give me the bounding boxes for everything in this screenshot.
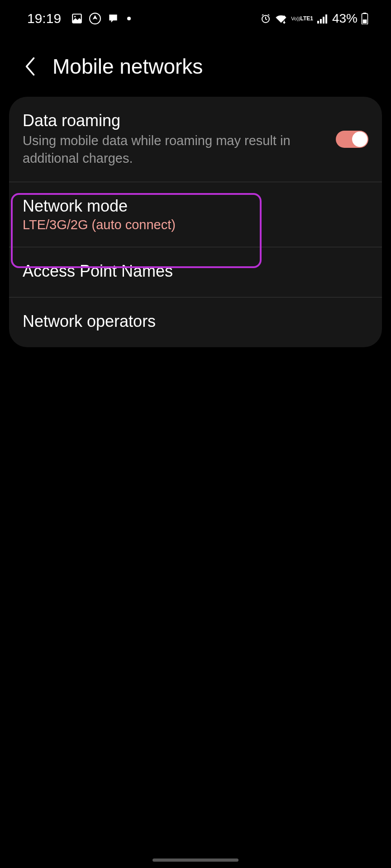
status-right: Vo)) LTE1 43% <box>260 11 368 26</box>
volte-icon: Vo)) LTE1 <box>291 16 313 21</box>
svg-point-1 <box>74 16 76 17</box>
battery-percentage: 43% <box>332 11 358 26</box>
navigation-handle[interactable] <box>153 859 238 862</box>
battery-icon <box>361 13 368 24</box>
data-roaming-title: Data roaming <box>23 111 327 130</box>
network-operators-text: Network operators <box>23 312 368 333</box>
network-mode-title: Network mode <box>23 197 368 216</box>
network-operators-title: Network operators <box>23 312 368 331</box>
image-icon <box>71 13 83 24</box>
data-roaming-item[interactable]: Data roaming Using mobile data while roa… <box>9 97 382 182</box>
apn-text: Access Point Names <box>23 262 368 283</box>
svg-rect-7 <box>325 14 327 24</box>
signal-icon <box>317 14 328 24</box>
wifi-icon <box>275 13 287 24</box>
svg-rect-4 <box>317 21 319 24</box>
svg-rect-5 <box>320 19 322 24</box>
data-roaming-text: Data roaming Using mobile data while roa… <box>23 111 327 167</box>
settings-card: Data roaming Using mobile data while roa… <box>9 97 382 347</box>
page-header: Mobile networks <box>0 32 391 97</box>
toggle-knob <box>352 132 367 147</box>
data-roaming-toggle[interactable] <box>336 131 368 148</box>
network-mode-text: Network mode LTE/3G/2G (auto connect) <box>23 197 368 232</box>
chevron-left-icon <box>24 57 36 76</box>
apn-title: Access Point Names <box>23 262 368 281</box>
apn-item[interactable]: Access Point Names <box>9 247 382 297</box>
svg-rect-10 <box>363 19 367 24</box>
page-title: Mobile networks <box>52 54 203 79</box>
status-time: 19:19 <box>27 11 61 26</box>
back-button[interactable] <box>21 57 39 75</box>
status-bar: 19:19 Vo)) LTE1 43% <box>0 0 391 32</box>
message-icon <box>107 13 119 24</box>
status-left: 19:19 <box>27 11 131 26</box>
svg-rect-6 <box>323 17 324 24</box>
alarm-icon <box>260 13 271 24</box>
network-mode-item[interactable]: Network mode LTE/3G/2G (auto connect) <box>9 182 382 247</box>
network-operators-item[interactable]: Network operators <box>9 297 382 347</box>
data-roaming-subtitle: Using mobile data while roaming may resu… <box>23 132 327 167</box>
network-mode-value: LTE/3G/2G (auto connect) <box>23 217 368 232</box>
more-notifications-icon <box>127 17 131 20</box>
update-icon <box>89 13 101 24</box>
